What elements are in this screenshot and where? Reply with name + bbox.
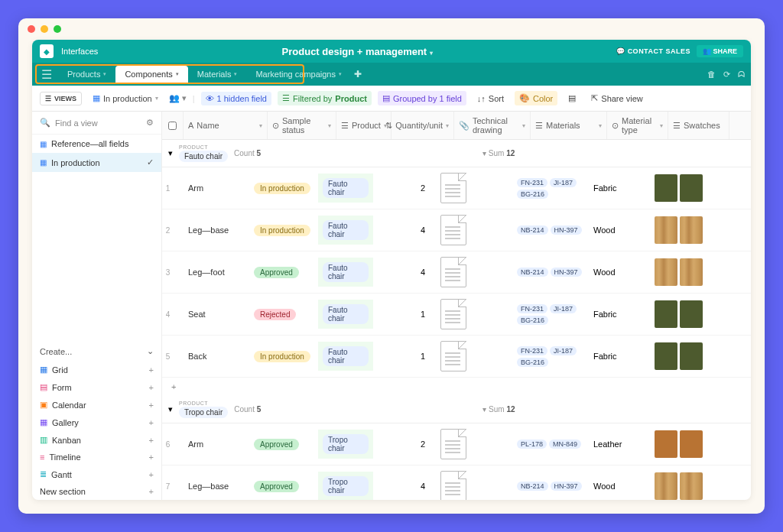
cell-technical-drawing[interactable] bbox=[436, 466, 512, 500]
app-logo-icon[interactable]: ◆ bbox=[40, 44, 54, 58]
cell-material-type[interactable]: Wood bbox=[589, 263, 650, 281]
cell-status[interactable]: Approved bbox=[249, 262, 318, 283]
material-code[interactable]: JI-187 bbox=[550, 304, 577, 313]
cell-status[interactable]: Rejected bbox=[249, 304, 318, 325]
cell-materials[interactable]: FN-231JI-187BG-216 bbox=[512, 174, 589, 203]
history-icon[interactable]: ⟳ bbox=[723, 70, 730, 79]
table-row[interactable]: 6ArmApprovedTropo chair2PL-178MN-849Leat… bbox=[162, 423, 751, 466]
tab-materials[interactable]: Materials ▾ bbox=[188, 66, 247, 83]
sort-button[interactable]: ↓↑ Sort bbox=[473, 92, 508, 105]
table-row[interactable]: 5BackIn productionFauto chair1FN-231JI-1… bbox=[162, 336, 751, 378]
base-title[interactable]: Product design + management ▾ bbox=[98, 46, 616, 57]
cell-materials[interactable]: FN-231JI-187BG-216 bbox=[512, 342, 589, 371]
interfaces-link[interactable]: Interfaces bbox=[61, 47, 98, 56]
minimize-dot[interactable] bbox=[41, 25, 48, 33]
material-code[interactable]: NB-214 bbox=[517, 482, 548, 491]
people-icon[interactable]: ᗣ bbox=[738, 70, 745, 79]
col-header-name[interactable]: A Name▾ bbox=[184, 112, 268, 139]
cell-product[interactable]: Fauto chair bbox=[318, 174, 373, 203]
tab-components[interactable]: Components ▾ bbox=[115, 66, 187, 83]
cell-quantity[interactable]: 4 bbox=[373, 263, 436, 281]
table-row[interactable]: 4SeatRejectedFauto chair1FN-231JI-187BG-… bbox=[162, 294, 751, 336]
create-kanban[interactable]: ▥Kanban+ bbox=[32, 431, 161, 449]
col-header-quantity[interactable]: ⇅ Quantity/unit▾ bbox=[392, 112, 454, 139]
tab-marketing-campaigns[interactable]: Marketing campaigns ▾ bbox=[246, 66, 351, 83]
cell-name[interactable]: Leg—foot bbox=[184, 263, 249, 281]
cell-technical-drawing[interactable] bbox=[436, 424, 512, 464]
new-section-button[interactable]: New section+ bbox=[32, 483, 161, 500]
cell-materials[interactable]: NB-214HN-397 bbox=[512, 477, 589, 495]
cell-status[interactable]: In production bbox=[249, 220, 318, 241]
cell-swatches[interactable] bbox=[650, 212, 711, 248]
cell-materials[interactable]: PL-178MN-849 bbox=[512, 435, 589, 453]
share-button[interactable]: 👥 SHARE bbox=[697, 45, 743, 57]
gear-icon[interactable]: ⚙ bbox=[146, 118, 154, 128]
material-code[interactable]: JI-187 bbox=[550, 178, 577, 187]
find-view-input[interactable]: 🔍 Find a view ⚙ bbox=[32, 112, 161, 135]
cell-product[interactable]: Tropo chair bbox=[318, 430, 373, 459]
add-row-in-group[interactable]: + bbox=[162, 378, 751, 396]
views-button[interactable]: ☰ VIEWS bbox=[40, 92, 82, 105]
cell-name[interactable]: Seat bbox=[184, 305, 249, 323]
cell-status[interactable]: Approved bbox=[249, 434, 318, 455]
material-code[interactable]: HN-397 bbox=[551, 225, 582, 235]
create-timeline[interactable]: ≡Timeline+ bbox=[32, 449, 161, 466]
create-grid[interactable]: ▦Grid+ bbox=[32, 361, 161, 378]
cell-product[interactable]: Fauto chair bbox=[318, 342, 373, 371]
col-header-swatches[interactable]: ☰ Swatches bbox=[668, 112, 729, 139]
maximize-dot[interactable] bbox=[54, 25, 61, 33]
cell-technical-drawing[interactable] bbox=[436, 210, 512, 250]
cell-name[interactable]: Leg—base bbox=[184, 477, 249, 495]
cell-technical-drawing[interactable] bbox=[436, 336, 512, 376]
material-code[interactable]: FN-231 bbox=[517, 346, 547, 355]
cell-product[interactable]: Fauto chair bbox=[318, 258, 373, 287]
collaborators-icon[interactable]: 👥 ▾ bbox=[169, 93, 187, 103]
material-code[interactable]: PL-178 bbox=[517, 440, 547, 449]
material-code[interactable]: HN-397 bbox=[551, 268, 582, 277]
material-code[interactable]: BG-216 bbox=[517, 316, 548, 325]
cell-product[interactable]: Fauto chair bbox=[318, 216, 373, 245]
cell-swatches[interactable] bbox=[650, 170, 711, 206]
material-code[interactable]: BG-216 bbox=[517, 190, 548, 199]
contact-sales-button[interactable]: 💬 CONTACT SALES bbox=[616, 47, 690, 55]
cell-swatches[interactable] bbox=[650, 468, 711, 500]
cell-name[interactable]: Arm bbox=[184, 179, 249, 197]
group-header[interactable]: ▾PRODUCTFauto chairCount 5▾ Sum 12 bbox=[162, 140, 751, 167]
create-form[interactable]: ▤Form+ bbox=[32, 378, 161, 396]
select-all-checkbox[interactable] bbox=[162, 112, 184, 139]
table-row[interactable]: 2Leg—baseIn productionFauto chair4NB-214… bbox=[162, 209, 751, 251]
material-code[interactable]: NB-214 bbox=[517, 268, 548, 277]
view-selector[interactable]: ▦ In production ▾ bbox=[88, 91, 163, 105]
cell-material-type[interactable]: Fabric bbox=[589, 305, 650, 323]
share-view-button[interactable]: ⇱ Share view bbox=[586, 91, 647, 105]
table-row[interactable]: 7Leg—baseApprovedTropo chair4NB-214HN-39… bbox=[162, 466, 751, 500]
cell-material-type[interactable]: Wood bbox=[589, 477, 650, 495]
cell-product[interactable]: Fauto chair bbox=[318, 300, 373, 329]
collapse-icon[interactable]: ▾ bbox=[168, 404, 173, 414]
cell-status[interactable]: In production bbox=[249, 178, 318, 199]
group-header[interactable]: ▾PRODUCTTropo chairCount 5▾ Sum 12 bbox=[162, 396, 751, 423]
cell-swatches[interactable] bbox=[650, 338, 711, 375]
create-calendar[interactable]: ▣Calendar+ bbox=[32, 396, 161, 414]
col-header-sample-status[interactable]: ⊙ Sample status▾ bbox=[268, 112, 336, 139]
cell-status[interactable]: In production bbox=[249, 346, 318, 367]
view-item[interactable]: ▦In production✓ bbox=[32, 153, 161, 172]
material-code[interactable]: FN-231 bbox=[517, 304, 547, 313]
create-gantt[interactable]: ≣Gantt+ bbox=[32, 466, 161, 483]
cell-materials[interactable]: FN-231JI-187BG-216 bbox=[512, 300, 589, 329]
group-button[interactable]: ▤ Grouped by 1 field bbox=[378, 91, 466, 105]
tab-products[interactable]: Products ▾ bbox=[58, 66, 115, 83]
cell-name[interactable]: Back bbox=[184, 347, 249, 365]
col-header-product[interactable]: ☰ Product▾ bbox=[336, 112, 392, 139]
col-header-materials[interactable]: ☰ Materials▾ bbox=[531, 112, 607, 139]
table-row[interactable]: 3Leg—footApprovedFauto chair4NB-214HN-39… bbox=[162, 251, 751, 294]
cell-status[interactable]: Approved bbox=[249, 476, 318, 497]
close-dot[interactable] bbox=[28, 25, 35, 33]
cell-technical-drawing[interactable] bbox=[436, 252, 512, 292]
material-code[interactable]: MN-849 bbox=[549, 440, 581, 449]
filter-button[interactable]: ☰ Filtered by Product bbox=[278, 91, 372, 105]
cell-materials[interactable]: NB-214HN-397 bbox=[512, 221, 589, 239]
cell-quantity[interactable]: 1 bbox=[373, 305, 436, 323]
cell-swatches[interactable] bbox=[650, 296, 711, 332]
material-code[interactable]: HN-397 bbox=[551, 482, 582, 491]
